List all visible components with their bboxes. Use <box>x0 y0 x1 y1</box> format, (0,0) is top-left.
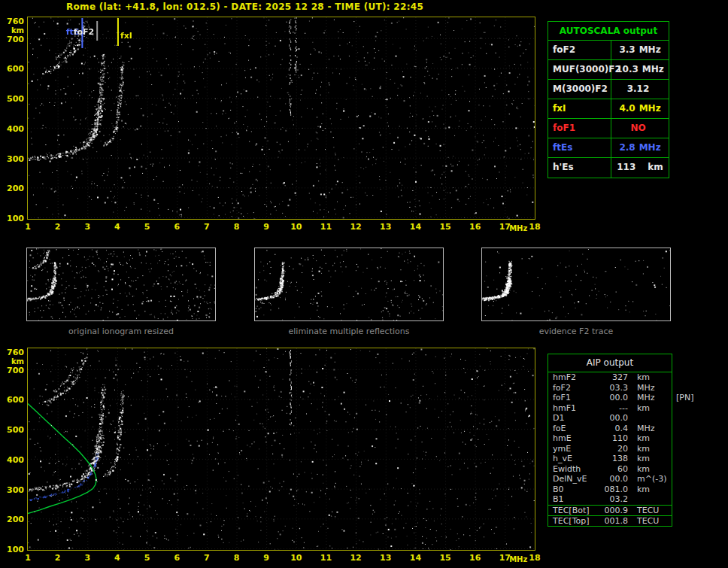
thumbnail-original-caption: original ionogram resized <box>26 327 216 336</box>
autoscala-row-MUF3000F2: MUF(3000)F2 10.3MHz <box>548 60 669 80</box>
x-tick-label: 6 <box>168 222 185 232</box>
autoscala-window: Rome (lat: +41.8, lon: 012.5) - DATE: 20… <box>0 0 728 568</box>
aip-table-title: AIP output <box>548 354 672 372</box>
thumbnail-original-canvas <box>27 248 215 320</box>
aip-row-B1: B103.2 <box>548 494 672 505</box>
aip-row-TEC-top: TEC[Top]001.8TECU <box>548 515 672 526</box>
page-title: Rome (lat: +41.8, lon: 012.5) - DATE: 20… <box>66 2 423 12</box>
row-value: 4.0MHz <box>611 99 669 118</box>
x-tick-label: 4 <box>109 553 126 563</box>
row-label: foF2 <box>548 41 611 59</box>
y-tick-label: 400 <box>4 455 24 465</box>
aip-row-foE: foE0.4MHz <box>548 424 672 434</box>
y-tick-label: 500 <box>4 425 24 435</box>
y-tick-label: 700 <box>4 366 24 375</box>
x-tick-label: 2 <box>50 222 66 232</box>
y-tick-label: 760 <box>4 17 24 26</box>
aip-row-hmE: hmE110km <box>548 433 672 444</box>
row-value: 113km <box>611 158 669 178</box>
y-tick-label: 600 <box>4 64 24 74</box>
aip-row-hmF2: hmF2327km <box>548 372 672 383</box>
y-tick-label: 700 <box>4 35 24 44</box>
aip-row-foF2: foF203.3MHz <box>548 383 672 393</box>
y-tick-label: 760 <box>4 348 24 357</box>
x-tick-label: 12 <box>347 222 364 232</box>
y-tick-label: 200 <box>4 184 24 193</box>
main-ionogram-plot <box>27 17 535 220</box>
y-axis-unit-label: km <box>4 357 24 366</box>
x-tick-label: 14 <box>407 222 423 232</box>
y-tick-label: 600 <box>4 395 24 405</box>
thumbnail-f2-trace-caption: evidence F2 trace <box>481 327 671 336</box>
x-tick-label: 4 <box>109 222 126 232</box>
aip-row-D1: D100.0 <box>548 413 672 424</box>
row-label: foF1 <box>548 119 611 138</box>
aip-output-table: AIP output hmF2327km foF203.3MHz foF100.… <box>548 354 672 527</box>
thumbnail-f2-trace-frame <box>481 248 671 321</box>
foF2-marker-label: foF2 <box>74 27 95 37</box>
row-value: NO <box>611 119 669 138</box>
x-tick-label: 7 <box>199 222 215 232</box>
row-value: 10.3MHz <box>611 60 669 79</box>
row-label: MUF(3000)F2 <box>548 60 611 79</box>
x-tick-label: 13 <box>378 222 394 232</box>
main-ionogram-canvas <box>28 17 535 219</box>
thumbnail-original: original ionogram resized <box>26 248 216 336</box>
x-tick-label: 16 <box>467 222 484 232</box>
autoscala-output-table: AUTOSCALA output foF2 3.3MHz MUF(3000)F2… <box>548 21 669 178</box>
y-tick-label: 300 <box>4 485 24 495</box>
aip-row-Ewidth: Ewidth60km <box>548 464 672 475</box>
autoscala-row-ftEs: ftEs 2.8MHz <box>548 138 669 158</box>
thumbnail-no-multiples-caption: eliminate multiple reflections <box>254 327 444 336</box>
x-tick-label: 15 <box>437 553 453 563</box>
y-tick-label: 200 <box>4 515 24 524</box>
x-tick-label: 11 <box>317 222 334 232</box>
aip-foF1-note: [PN] <box>676 393 693 402</box>
x-tick-label: 18 <box>526 222 543 232</box>
autoscala-row-hEs: h'Es 113km <box>548 158 669 178</box>
x-axis-unit-label: MHz <box>509 555 527 563</box>
autoscala-row-foF2: foF2 3.3MHz <box>548 41 669 60</box>
row-value: 3.12 <box>611 80 669 99</box>
y-tick-label: 400 <box>4 124 24 134</box>
x-tick-label: 9 <box>258 553 275 563</box>
x-tick-label: 10 <box>288 222 305 232</box>
x-tick-label: 13 <box>378 553 394 563</box>
thumbnail-no-multiples: eliminate multiple reflections <box>254 248 444 336</box>
x-tick-label: 18 <box>526 553 543 563</box>
x-tick-label: 2 <box>50 553 66 563</box>
row-label: ftEs <box>548 138 611 157</box>
thumbnail-original-frame <box>26 248 216 321</box>
x-tick-label: 16 <box>467 553 484 563</box>
x-tick-label: 10 <box>288 553 305 563</box>
x-tick-label: 14 <box>407 553 423 563</box>
x-tick-label: 8 <box>229 222 245 232</box>
restored-ionogram-plot <box>27 348 535 551</box>
thumbnail-f2-trace: evidence F2 trace <box>481 248 671 336</box>
x-tick-label: 12 <box>347 553 364 563</box>
autoscala-row-fxI: fxI 4.0MHz <box>548 99 669 119</box>
aip-row-hvE: h_vE138km <box>548 454 672 464</box>
thumbnail-f2-trace-canvas <box>482 248 670 320</box>
autoscala-row-M3000F2: M(3000)F2 3.12 <box>548 80 669 99</box>
aip-row-B0: B0081.0km <box>548 484 672 495</box>
restored-ionogram-canvas <box>28 348 535 550</box>
autoscala-row-foF1: foF1 NO <box>548 119 669 138</box>
y-axis-unit-label: km <box>4 26 24 35</box>
aip-row-foF1: foF100.0MHz <box>548 393 672 403</box>
x-tick-label: 7 <box>199 553 215 563</box>
x-tick-label: 3 <box>79 222 96 232</box>
row-value: 3.3MHz <box>611 41 669 59</box>
x-tick-label: 9 <box>258 222 275 232</box>
y-tick-label: 300 <box>4 154 24 164</box>
row-label: fxI <box>548 99 611 118</box>
x-tick-label: 3 <box>79 553 96 563</box>
thumbnail-no-multiples-frame <box>254 248 444 321</box>
aip-row-ymE: ymE20km <box>548 444 672 454</box>
x-tick-label: 6 <box>168 553 185 563</box>
x-axis-unit-label: MHz <box>509 224 527 232</box>
row-value: 2.8MHz <box>611 138 669 157</box>
x-tick-label: 8 <box>229 553 245 563</box>
fxI-marker-label: fxI <box>120 31 132 41</box>
x-tick-label: 5 <box>139 553 156 563</box>
